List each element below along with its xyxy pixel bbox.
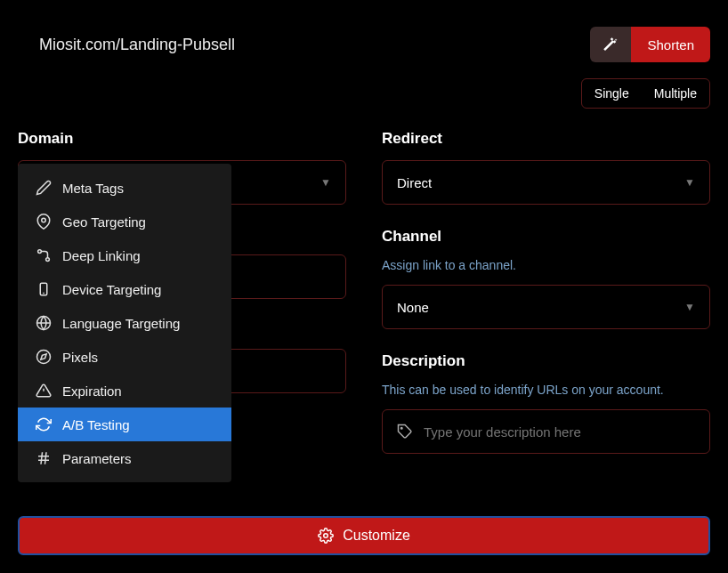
description-help: This can be used to identify URLs on you… [382, 383, 710, 397]
description-input[interactable] [382, 409, 710, 454]
compass-icon [36, 349, 52, 365]
mode-single[interactable]: Single [582, 79, 642, 108]
channel-label: Channel [382, 228, 710, 246]
menu-ab-testing[interactable]: A/B Testing [18, 408, 231, 441]
pin-icon [36, 214, 52, 230]
menu-device-targeting[interactable]: Device Targeting [18, 272, 231, 306]
menu-deep-linking[interactable]: Deep Linking [18, 238, 231, 272]
customize-button[interactable]: Customize [18, 516, 710, 555]
menu-meta-tags[interactable]: Meta Tags [18, 171, 231, 205]
menu-parameters[interactable]: Parameters [18, 441, 231, 475]
menu-geo-targeting[interactable]: Geo Targeting [18, 205, 231, 238]
chevron-down-icon: ▼ [320, 176, 331, 189]
svg-point-2 [42, 218, 46, 222]
menu-pixels[interactable]: Pixels [18, 340, 231, 374]
svg-point-4 [46, 258, 50, 262]
url-display: Miosit.com/Landing-Pubsell [18, 36, 235, 54]
hash-icon [36, 450, 52, 466]
chevron-down-icon: ▼ [684, 301, 695, 313]
menu-language-targeting[interactable]: Language Targeting [18, 306, 231, 340]
svg-point-1 [324, 534, 328, 538]
svg-line-16 [45, 452, 47, 464]
globe-icon [36, 315, 52, 331]
branch-icon [36, 247, 52, 263]
refresh-icon [36, 416, 52, 432]
options-dropdown: Meta Tags Geo Targeting Deep Linking Dev… [18, 164, 231, 482]
gear-icon [318, 528, 334, 544]
domain-label: Domain [18, 130, 346, 148]
mode-toggle: Single Multiple [581, 78, 710, 109]
description-label: Description [382, 352, 710, 370]
magic-button[interactable] [590, 27, 631, 62]
warning-icon [36, 383, 52, 399]
magic-wand-icon [603, 36, 619, 52]
channel-select[interactable]: None ▼ [382, 285, 710, 329]
svg-point-3 [38, 250, 42, 254]
svg-marker-10 [41, 354, 46, 359]
redirect-label: Redirect [382, 130, 710, 148]
svg-line-15 [41, 452, 43, 464]
shorten-button[interactable]: Shorten [631, 27, 710, 62]
device-icon [36, 281, 52, 297]
svg-point-9 [37, 351, 51, 364]
channel-help: Assign link to a channel. [382, 258, 710, 272]
chevron-down-icon: ▼ [684, 176, 695, 189]
menu-expiration[interactable]: Expiration [18, 374, 231, 408]
mode-multiple[interactable]: Multiple [642, 79, 709, 108]
svg-point-0 [401, 428, 403, 430]
tag-icon [397, 424, 413, 440]
redirect-select[interactable]: Direct ▼ [382, 160, 710, 205]
pencil-icon [36, 180, 52, 196]
